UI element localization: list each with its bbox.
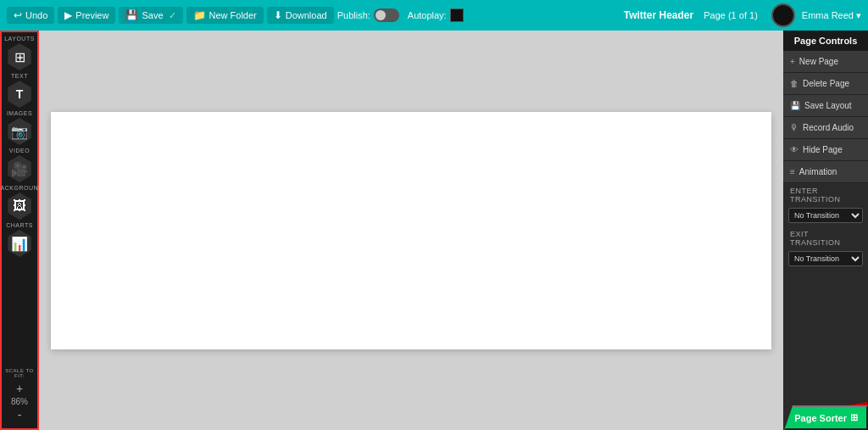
microphone-icon: 🎙 — [790, 123, 798, 132]
panel-title: Page Controls — [783, 31, 868, 51]
plus-icon: + — [790, 57, 795, 66]
zoom-plus-button[interactable]: + — [16, 382, 23, 395]
exit-transition-row: No Transition — [783, 248, 868, 270]
record-audio-button[interactable]: 🎙 Record Audio — [783, 117, 868, 139]
save-button[interactable]: 💾 Save ✓ — [119, 7, 182, 24]
page-info: Page (1 of 1) — [704, 10, 758, 20]
main-layout: LAYOUTS ⊞ TEXT T IMAGES 📷 VIDEO 🎥 BACKGR… — [0, 31, 868, 430]
charts-icon: 📊 — [6, 230, 33, 257]
preview-icon: ▶ — [64, 9, 72, 21]
publish-group: Publish: — [337, 8, 399, 22]
project-title: Twitter Header — [624, 9, 693, 21]
video-icon: 🎥 — [6, 155, 33, 182]
enter-transition-row: No Transition — [783, 204, 868, 226]
sidebar-item-video[interactable]: VIDEO 🎥 — [3, 148, 36, 183]
topbar: ↩ Undo ▶ Preview 💾 Save ✓ 📁 New Folder ⬇… — [0, 0, 868, 31]
sidebar-item-text[interactable]: TEXT T — [3, 73, 36, 109]
new-folder-button[interactable]: 📁 New Folder — [186, 7, 264, 24]
download-icon: ⬇ — [274, 9, 282, 21]
avatar — [771, 3, 795, 27]
left-sidebar: LAYOUTS ⊞ TEXT T IMAGES 📷 VIDEO 🎥 BACKGR… — [0, 31, 39, 430]
delete-page-button[interactable]: 🗑 Delete Page — [783, 73, 868, 95]
sidebar-item-charts[interactable]: CHARTS 📊 — [3, 222, 36, 258]
save-icon: 💾 — [125, 9, 138, 21]
publish-toggle[interactable] — [374, 8, 399, 22]
layouts-icon: ⊞ — [6, 43, 33, 70]
exit-transition-select[interactable]: No Transition — [788, 251, 863, 266]
user-menu[interactable]: Emma Reed ▾ — [802, 10, 861, 21]
new-page-button[interactable]: + New Page — [783, 51, 868, 73]
preview-button[interactable]: ▶ Preview — [58, 7, 115, 24]
enter-transition-label: Enter Transition — [783, 183, 868, 204]
sidebar-bottom: SCALE TO FIT: + 86% - — [2, 368, 37, 428]
animation-icon: ≡ — [790, 167, 795, 176]
download-button[interactable]: ⬇ Download — [267, 7, 334, 24]
canvas-area — [39, 31, 783, 430]
zoom-minus-button[interactable]: - — [18, 408, 22, 422]
folder-icon: 📁 — [193, 9, 206, 21]
trash-icon: 🗑 — [790, 79, 798, 88]
page-sorter-icon: ⊞ — [850, 412, 858, 423]
right-panel: Page Controls + New Page 🗑 Delete Page 💾… — [783, 31, 868, 430]
enter-transition-select[interactable]: No Transition — [788, 208, 863, 223]
undo-icon: ↩ — [14, 9, 22, 21]
save-layout-button[interactable]: 💾 Save Layout — [783, 95, 868, 117]
zoom-level: 86% — [11, 397, 28, 406]
animation-button[interactable]: ≡ Animation — [783, 161, 868, 183]
background-icon: 🖼 — [6, 193, 33, 220]
canvas-page[interactable] — [51, 112, 771, 349]
images-icon: 📷 — [6, 118, 33, 145]
save-check-icon: ✓ — [169, 10, 176, 21]
undo-button[interactable]: ↩ Undo — [7, 7, 54, 24]
autoplay-checkbox[interactable] — [450, 8, 464, 22]
eye-icon: 👁 — [790, 145, 798, 154]
autoplay-group: Autoplay: — [408, 8, 464, 22]
exit-transition-label: Exit Transition — [783, 226, 868, 248]
sidebar-item-layouts[interactable]: LAYOUTS ⊞ — [3, 36, 36, 71]
text-icon: T — [6, 81, 33, 108]
sidebar-item-images[interactable]: IMAGES 📷 — [3, 110, 36, 146]
page-sorter-button[interactable]: Page Sorter ⊞ — [784, 405, 868, 430]
hide-page-button[interactable]: 👁 Hide Page — [783, 139, 868, 161]
sidebar-item-background[interactable]: BACKGROUND 🖼 — [3, 185, 36, 221]
save-layout-icon: 💾 — [790, 101, 800, 110]
